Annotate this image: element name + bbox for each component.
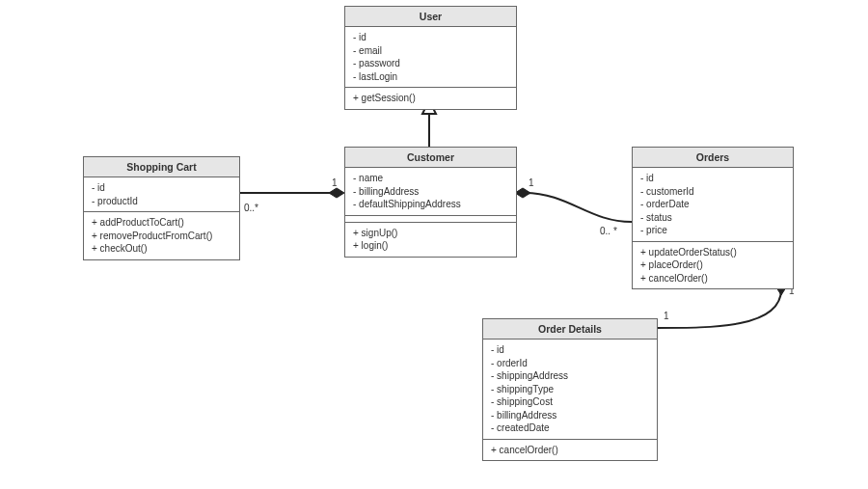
class-customer-ops: + signUp() + login() — [345, 223, 516, 257]
edge-customer-orders — [525, 193, 632, 222]
op: + addProductToCart() — [92, 216, 231, 230]
attr: - createdDate — [491, 421, 649, 435]
class-shopping-cart: Shopping Cart - id - productId + addProd… — [83, 156, 240, 260]
class-cart-title: Shopping Cart — [84, 157, 239, 177]
attr: - customerId — [640, 185, 785, 199]
attr: - price — [640, 224, 785, 237]
class-user-attrs: - id - email - password - lastLogin — [345, 27, 516, 88]
class-orderdetails-title: Order Details — [483, 319, 657, 340]
class-orders-attrs: - id - customerId - orderDate - status -… — [633, 168, 793, 242]
attr: - billingAddress — [491, 409, 649, 422]
class-orderdetails-ops: + cancelOrder() — [483, 440, 657, 461]
mult-orders-orderdetails-b: 1 — [664, 311, 669, 321]
class-cart-attrs: - id - productId — [84, 177, 239, 212]
attr: - id — [92, 181, 231, 195]
class-orders-ops: + updateOrderStatus() + placeOrder() + c… — [633, 242, 793, 289]
mult-customer-cart-many: 0..* — [244, 203, 258, 213]
attr: - name — [353, 172, 508, 185]
attr: - status — [640, 211, 785, 225]
mult-customer-orders-1: 1 — [529, 177, 534, 188]
class-user-title: User — [345, 7, 516, 27]
op: + login() — [353, 239, 508, 253]
op: + cancelOrder() — [491, 444, 649, 457]
class-orderdetails-attrs: - id - orderId - shippingAddress - shipp… — [483, 340, 657, 440]
op: + placeOrder() — [640, 258, 785, 272]
attr: - orderId — [491, 357, 649, 370]
uml-canvas: 1 0..* 1 0.. * 1 1 User - id - email - p… — [0, 0, 868, 489]
attr: - lastLogin — [353, 70, 508, 84]
edge-orders-orderdetails — [656, 289, 781, 328]
op: + removeProductFromCart() — [92, 230, 231, 243]
class-cart-ops: + addProductToCart() + removeProductFrom… — [84, 212, 239, 259]
class-customer: Customer - name - billingAddress - defau… — [344, 147, 517, 258]
attr: - productId — [92, 195, 231, 208]
class-customer-attrs: - name - billingAddress - defaultShippin… — [345, 168, 516, 216]
attr: - id — [491, 343, 649, 357]
class-user: User - id - email - password - lastLogin… — [344, 6, 517, 110]
class-orders: Orders - id - customerId - orderDate - s… — [632, 147, 794, 289]
mult-customer-orders-many: 0.. * — [600, 226, 617, 236]
class-order-details: Order Details - id - orderId - shippingA… — [482, 318, 658, 461]
op: + getSession() — [353, 92, 508, 105]
class-customer-title: Customer — [345, 148, 516, 168]
attr: - orderDate — [640, 198, 785, 211]
op: + signUp() — [353, 227, 508, 240]
attr: - shippingCost — [491, 395, 649, 409]
op: + cancelOrder() — [640, 272, 785, 285]
attr: - shippingType — [491, 383, 649, 396]
attr: - defaultShippingAddress — [353, 198, 508, 211]
attr: - password — [353, 57, 508, 70]
attr: - shippingAddress — [491, 369, 649, 383]
class-orders-title: Orders — [633, 148, 793, 168]
class-customer-empty — [345, 216, 516, 223]
attr: - id — [353, 31, 508, 44]
op: + checkOut() — [92, 242, 231, 256]
class-user-ops: + getSession() — [345, 88, 516, 109]
mult-customer-cart-1: 1 — [332, 177, 338, 188]
attr: - billingAddress — [353, 185, 508, 199]
attr: - email — [353, 44, 508, 58]
diamond-customer-cart — [329, 188, 344, 198]
diamond-customer-orders — [515, 188, 530, 198]
op: + updateOrderStatus() — [640, 246, 785, 259]
attr: - id — [640, 172, 785, 185]
